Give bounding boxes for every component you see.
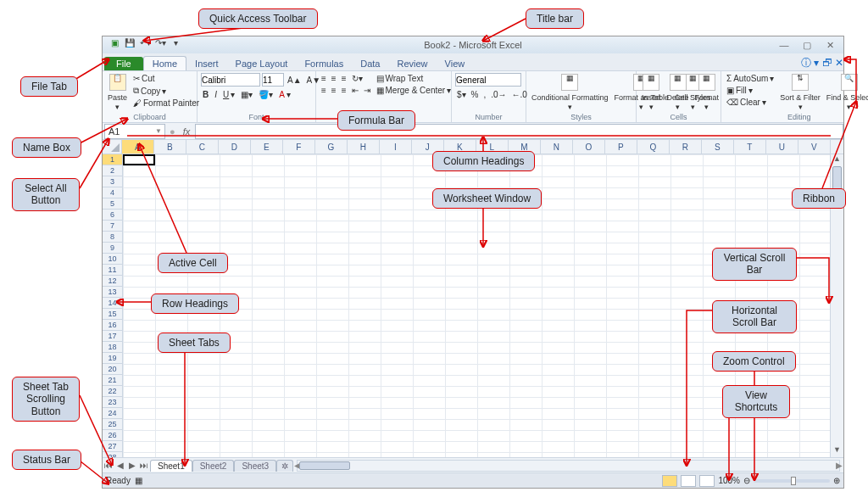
indent-dec-button[interactable]: ⇤ bbox=[350, 85, 360, 96]
row-header-11[interactable]: 11 bbox=[103, 265, 122, 276]
row-header-25[interactable]: 25 bbox=[103, 419, 122, 430]
clear-button[interactable]: ⌫ Clear ▾ bbox=[725, 97, 776, 108]
col-header-D[interactable]: D bbox=[219, 140, 251, 154]
excel-icon[interactable]: ▣ bbox=[108, 36, 120, 48]
tab-view[interactable]: View bbox=[437, 57, 474, 70]
minimize-button[interactable]: — bbox=[774, 40, 794, 50]
format-cells-button[interactable]: ▦Format▾ bbox=[693, 73, 721, 112]
col-header-N[interactable]: N bbox=[541, 140, 573, 154]
row-header-10[interactable]: 10 bbox=[103, 254, 122, 265]
align-bot-button[interactable]: ≡ bbox=[340, 73, 348, 84]
tab-insert[interactable]: Insert bbox=[186, 57, 227, 70]
col-header-S[interactable]: S bbox=[702, 140, 734, 154]
horizontal-scrollbar[interactable]: ◀▶ bbox=[297, 460, 840, 472]
col-header-T[interactable]: T bbox=[734, 140, 766, 154]
row-header-16[interactable]: 16 bbox=[103, 320, 122, 331]
row-header-13[interactable]: 13 bbox=[103, 287, 122, 298]
col-header-Q[interactable]: Q bbox=[637, 140, 670, 154]
merge-center-button[interactable]: ▦ Merge & Center ▾ bbox=[375, 85, 453, 96]
comma-button[interactable]: , bbox=[481, 89, 487, 100]
maximize-button[interactable]: ▢ bbox=[797, 40, 817, 51]
wrap-text-button[interactable]: ▤ Wrap Text bbox=[375, 73, 453, 84]
row-header-9[interactable]: 9 bbox=[103, 243, 122, 254]
tab-formulas[interactable]: Formulas bbox=[296, 57, 352, 70]
zoom-level[interactable]: 100% bbox=[718, 476, 740, 485]
row-header-27[interactable]: 27 bbox=[103, 441, 122, 452]
sheet-nav-next[interactable]: ▶ bbox=[126, 461, 138, 470]
help-icon[interactable]: ⓘ ▾ 🗗 ✕ bbox=[801, 56, 843, 70]
tab-page-layout[interactable]: Page Layout bbox=[227, 57, 297, 70]
tab-file[interactable]: File bbox=[104, 57, 143, 70]
col-header-G[interactable]: G bbox=[315, 140, 348, 154]
sheet-tab-3[interactable]: Sheet3 bbox=[234, 460, 276, 472]
font-name-combo[interactable] bbox=[201, 73, 260, 87]
delete-cells-button[interactable]: ▦Delete▾ bbox=[665, 73, 691, 112]
row-header-7[interactable]: 7 bbox=[103, 221, 122, 232]
percent-button[interactable]: % bbox=[470, 89, 481, 100]
cancel-icon[interactable]: ● bbox=[167, 126, 178, 137]
row-header-18[interactable]: 18 bbox=[103, 342, 122, 353]
col-header-F[interactable]: F bbox=[283, 140, 315, 154]
paste-button[interactable]: 📋Paste▾ bbox=[106, 73, 129, 112]
formula-input[interactable] bbox=[195, 124, 843, 139]
row-header-14[interactable]: 14 bbox=[103, 298, 122, 309]
save-icon[interactable]: 💾 bbox=[124, 36, 136, 48]
sheet-tab-2[interactable]: Sheet2 bbox=[192, 460, 235, 472]
insert-cells-button[interactable]: ▦Insert▾ bbox=[640, 73, 663, 112]
row-header-26[interactable]: 26 bbox=[103, 430, 122, 441]
copy-button[interactable]: ⧉ Copy ▾ bbox=[131, 85, 201, 97]
row-headings[interactable]: 1234567891011121314151617181920212223242… bbox=[103, 154, 123, 457]
col-header-A[interactable]: A bbox=[122, 140, 154, 154]
bold-button[interactable]: B bbox=[201, 89, 210, 100]
row-header-20[interactable]: 20 bbox=[103, 364, 122, 375]
row-header-1[interactable]: 1 bbox=[103, 154, 122, 165]
view-normal-button[interactable] bbox=[662, 475, 677, 487]
col-header-B[interactable]: B bbox=[154, 140, 186, 154]
fill-button[interactable]: ▣ Fill ▾ bbox=[725, 85, 776, 96]
sheet-nav-prev[interactable]: ◀ bbox=[114, 461, 126, 470]
col-header-C[interactable]: C bbox=[186, 140, 219, 154]
sheet-nav-first[interactable]: ⏮ bbox=[103, 461, 114, 470]
format-painter-button[interactable]: 🖌 Format Painter bbox=[131, 98, 201, 109]
col-header-I[interactable]: I bbox=[380, 140, 412, 154]
view-pagelayout-button[interactable] bbox=[681, 475, 696, 487]
align-center-button[interactable]: ≡ bbox=[330, 85, 338, 96]
find-select-button[interactable]: 🔍Find & Select▾ bbox=[825, 73, 868, 112]
row-header-2[interactable]: 2 bbox=[103, 165, 122, 176]
increase-font-button[interactable]: A▲ bbox=[286, 73, 303, 87]
row-header-24[interactable]: 24 bbox=[103, 408, 122, 419]
align-left-button[interactable]: ≡ bbox=[320, 85, 328, 96]
align-top-button[interactable]: ≡ bbox=[320, 73, 328, 84]
col-header-E[interactable]: E bbox=[251, 140, 283, 154]
row-header-21[interactable]: 21 bbox=[103, 375, 122, 386]
row-header-5[interactable]: 5 bbox=[103, 198, 122, 210]
col-header-U[interactable]: U bbox=[766, 140, 798, 154]
border-button[interactable]: ▦▾ bbox=[239, 89, 254, 100]
row-header-8[interactable]: 8 bbox=[103, 232, 122, 243]
number-format-combo[interactable] bbox=[455, 73, 521, 87]
zoom-in-button[interactable]: ⊕ bbox=[833, 476, 840, 485]
fill-color-button[interactable]: 🪣▾ bbox=[257, 89, 275, 100]
tab-review[interactable]: Review bbox=[388, 57, 436, 70]
tab-data[interactable]: Data bbox=[352, 57, 388, 70]
indent-inc-button[interactable]: ⇥ bbox=[362, 85, 372, 96]
col-header-P[interactable]: P bbox=[605, 140, 637, 154]
row-header-4[interactable]: 4 bbox=[103, 187, 122, 198]
new-sheet-button[interactable]: ✲ bbox=[276, 460, 293, 472]
redo-icon[interactable]: ↷▾ bbox=[154, 36, 166, 48]
row-header-3[interactable]: 3 bbox=[103, 176, 122, 187]
conditional-formatting-button[interactable]: ▦Conditional Formatting▾ bbox=[530, 73, 610, 112]
col-header-V[interactable]: V bbox=[798, 140, 831, 154]
row-header-12[interactable]: 12 bbox=[103, 276, 122, 287]
row-header-19[interactable]: 19 bbox=[103, 353, 122, 364]
sort-filter-button[interactable]: ⇅Sort & Filter▾ bbox=[778, 73, 822, 112]
underline-button[interactable]: U▾ bbox=[221, 89, 236, 100]
zoom-out-button[interactable]: ⊖ bbox=[743, 476, 750, 485]
col-header-R[interactable]: R bbox=[670, 140, 702, 154]
col-header-O[interactable]: O bbox=[573, 140, 605, 154]
view-pagebreak-button[interactable] bbox=[699, 475, 715, 487]
italic-button[interactable]: I bbox=[213, 89, 219, 100]
row-header-22[interactable]: 22 bbox=[103, 386, 122, 397]
align-right-button[interactable]: ≡ bbox=[340, 85, 348, 96]
close-button[interactable]: ✕ bbox=[820, 40, 840, 51]
